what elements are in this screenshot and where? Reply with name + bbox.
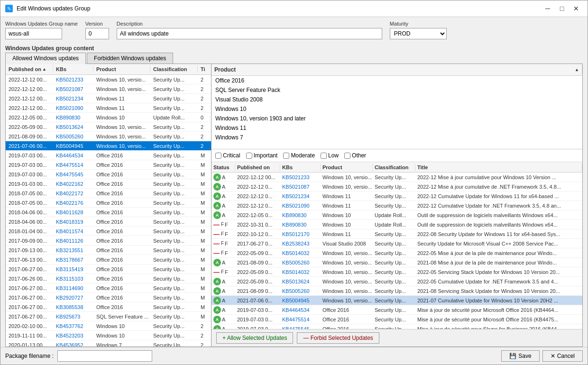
left-table-row[interactable]: 2017-06-27 00... KB3085538 Office 2016 S… (6, 302, 211, 312)
left-table-row[interactable]: 2019-07-03 00... KB4475545 Office 2016 S… (6, 170, 211, 179)
moderate-checkbox[interactable] (283, 153, 289, 159)
cell-r-status: A A (211, 211, 235, 219)
left-table-row[interactable]: 2017-06-27 00... KB925673 SQL Server Fea… (6, 312, 211, 321)
left-table-row[interactable]: 2017-06-26 00... KB3115103 Office 2016 S… (6, 274, 211, 283)
right-table-row[interactable]: A A 2021-08-09 0... KB5005260 Windows 10… (211, 286, 582, 296)
group-name-input[interactable] (5, 28, 62, 39)
cell-published: 2022-12-12 00... (6, 76, 53, 83)
status-allowed-icon: A (213, 316, 221, 323)
left-table-row[interactable]: 2019-01-03 00... KB4022162 Office 2016 S… (6, 179, 211, 189)
cell-class: Security Up... (150, 275, 198, 282)
left-table-row[interactable]: 2022-12-12 00... KB5021090 Windows 11 Se… (6, 103, 211, 113)
left-table-row[interactable]: 2022-12-12 00... KB5021234 Windows 11 Se… (6, 94, 211, 103)
left-table-row[interactable]: 2017-09-13 00... KB3213551 Office 2016 S… (6, 246, 211, 255)
tab-allowed[interactable]: Allowed Windows updates (5, 53, 86, 64)
moderate-label: Moderate (291, 152, 315, 159)
tab-forbidden[interactable]: Forbidden Windows updates (87, 53, 173, 64)
description-input[interactable] (117, 28, 382, 39)
allow-selected-button[interactable]: + Allow Selected Updates (216, 332, 293, 344)
left-table-row[interactable]: 2022-12-05 00... KB890830 Windows 10 Upd… (6, 113, 211, 122)
minimize-button[interactable]: ─ (541, 3, 554, 14)
cell-tri: 2 (198, 95, 211, 102)
left-table-row[interactable]: 2018-04-06 00... KB4018319 Office 2016 S… (6, 217, 211, 227)
cell-tri: M (198, 304, 211, 310)
left-table-row[interactable]: 2018-04-06 00... KB4011628 Office 2016 S… (6, 208, 211, 217)
other-checkbox[interactable] (344, 153, 350, 159)
cell-product: Office 2016 (93, 275, 150, 282)
cell-published: 2022-12-12 00... (6, 95, 53, 102)
right-table-row[interactable]: A A 2019-07-03 0... KB4475514 Office 201… (211, 315, 582, 324)
group-name-label: Windows Updates Group name (5, 21, 78, 27)
maturity-select[interactable]: PROD TEST DEV (390, 28, 447, 39)
left-table-row[interactable]: 2017-06-13 00... KB3178667 Office 2016 S… (6, 255, 211, 265)
status-allowed-icon: A (213, 202, 221, 210)
left-table-row[interactable]: 2022-05-09 00... KB5013624 Windows 10, v… (6, 122, 211, 132)
left-table-row[interactable]: 2021-08-09 00... KB5005260 Windows 10, v… (6, 132, 211, 141)
left-table-row[interactable]: 2017-06-27 00... KB3114690 Office 2016 S… (6, 283, 211, 293)
product-list-item[interactable]: SQL Server Feature Pack (211, 85, 582, 95)
right-table-row[interactable]: — F F 2022-10-31 0... KB890830 Windows 1… (211, 220, 582, 229)
important-checkbox[interactable] (246, 153, 252, 159)
right-table-row[interactable]: A A 2019-07-03 0... KB4475545 Office 201… (211, 324, 582, 329)
product-list-item[interactable]: Windows 11 (211, 123, 582, 133)
left-table-row[interactable]: 2022-12-12 00... KB5021233 Windows 10, v… (6, 75, 211, 84)
right-table-row[interactable]: — F F 2022-05-09 0... KB5014032 Windows … (211, 248, 582, 258)
cell-r-class: Security Up... (373, 174, 415, 181)
cell-published: 2022-12-12 00... (6, 86, 53, 92)
product-list-item[interactable]: Office 2016 (211, 76, 582, 85)
right-table-row[interactable]: — F F 2017-06-27 0... KB2538243 Visual S… (211, 239, 582, 248)
left-table-row[interactable]: 2017-09-09 00... KB4011126 Office 2016 S… (6, 236, 211, 246)
forbid-selected-button[interactable]: — Forbid Selected Updates (297, 332, 379, 344)
left-table-row[interactable]: 2018-07-05 00... KB4022172 Office 2016 S… (6, 189, 211, 198)
save-button[interactable]: 💾 Save (501, 350, 539, 362)
left-table-row[interactable]: 2018-07-05 00... KB4022176 Office 2016 S… (6, 198, 211, 208)
product-list-item[interactable]: Visual Studio 2008 (211, 95, 582, 104)
footer: Package filename : 💾 Save ✕ Cancel (0, 347, 588, 365)
package-filename-input[interactable] (57, 350, 152, 362)
cell-published: 2017-06-27 00... (6, 313, 53, 320)
r-col-product-header: Product (321, 164, 373, 171)
left-table-row[interactable]: 2022-12-12 00... KB5021087 Windows 10, v… (6, 84, 211, 94)
left-table-row[interactable]: 2019-11-11 00... KB4523203 Windows 10 Se… (6, 331, 211, 340)
left-table-row[interactable]: 2020-02-10 00... KB4537762 Windows 10 Se… (6, 321, 211, 331)
cell-published: 2017-06-27 00... (6, 304, 53, 310)
cell-product: Windows 7 (93, 342, 150, 347)
cell-r-kbs: KB4475545 (280, 326, 321, 329)
left-table-row[interactable]: 2019-07-03 00... KB4464534 Office 2016 S… (6, 151, 211, 160)
left-table-row[interactable]: 2021-07-06 00... KB5004945 Windows 10, v… (6, 141, 211, 151)
right-table-row[interactable]: A A 2022-12-05 0... KB890830 Windows 10 … (211, 210, 582, 220)
critical-checkbox[interactable] (215, 153, 221, 159)
left-table-row[interactable]: 2019-07-03 00... KB4475514 Office 2016 S… (6, 160, 211, 170)
right-table-row[interactable]: A A 2022-12-12 0... KB5021234 Windows 11… (211, 192, 582, 201)
low-checkbox[interactable] (321, 153, 327, 159)
maximize-button[interactable]: □ (555, 3, 569, 14)
close-button[interactable]: ✕ (570, 3, 583, 14)
cell-r-class: Security Up... (373, 307, 415, 313)
product-list-item[interactable]: Windows 7 (211, 133, 582, 142)
right-table-row[interactable]: A A 2022-12-12 00... KB5021233 Windows 1… (211, 173, 582, 182)
left-table-row[interactable]: 2017-06-27 00... KB3115419 Office 2016 S… (6, 265, 211, 274)
cell-product: Windows 10 (93, 323, 150, 329)
cell-r-published: 2022-12-12 0... (235, 193, 280, 200)
right-table-row[interactable]: A A 2022-12-12 0... KB5021090 Windows 11… (211, 201, 582, 210)
cell-product: Office 2016 (93, 266, 150, 273)
right-table-row[interactable]: A A 2022-12-12 0... KB5021087 Windows 10… (211, 182, 582, 192)
right-table-row[interactable]: A A 2019-07-03 0... KB4464534 Office 201… (211, 305, 582, 315)
left-table-row[interactable]: 2018-01-04 00... KB4011574 Office 2016 S… (6, 227, 211, 236)
right-table-row[interactable]: A A 2022-05-09 0... KB5013624 Windows 10… (211, 277, 582, 286)
section-header: Windows Updates group content (0, 43, 588, 53)
right-table-row[interactable]: — F F 2022-10-12 0... KB5012170 Windows … (211, 229, 582, 239)
right-table-row[interactable]: A A 2021-08-09 0... KB5005260 Windows 10… (211, 258, 582, 267)
product-list-item[interactable]: Windows 10 (211, 104, 582, 114)
product-list-item[interactable]: Windows 10, version 1903 and later (211, 114, 582, 123)
left-table-row[interactable]: 2020-01-13 00... KB4536952 Windows 7 Sec… (6, 340, 211, 347)
right-table-row[interactable]: — F F 2022-05-09 0... KB5014032 Windows … (211, 267, 582, 277)
version-input[interactable] (85, 28, 109, 39)
cancel-button[interactable]: ✕ Cancel (542, 350, 583, 362)
cell-product: Office 2016 (93, 190, 150, 197)
cell-published: 2020-02-10 00... (6, 323, 53, 329)
cell-r-kbs: KB5021234 (280, 193, 321, 200)
cell-r-title: 2022-05 Servicing Stack Update for Windo… (415, 269, 582, 275)
left-table-row[interactable]: 2017-06-27 00... KB2920727 Office 2016 S… (6, 293, 211, 302)
right-table-row[interactable]: A A 2021-07-06 0... KB5004945 Windows 10… (211, 296, 582, 305)
